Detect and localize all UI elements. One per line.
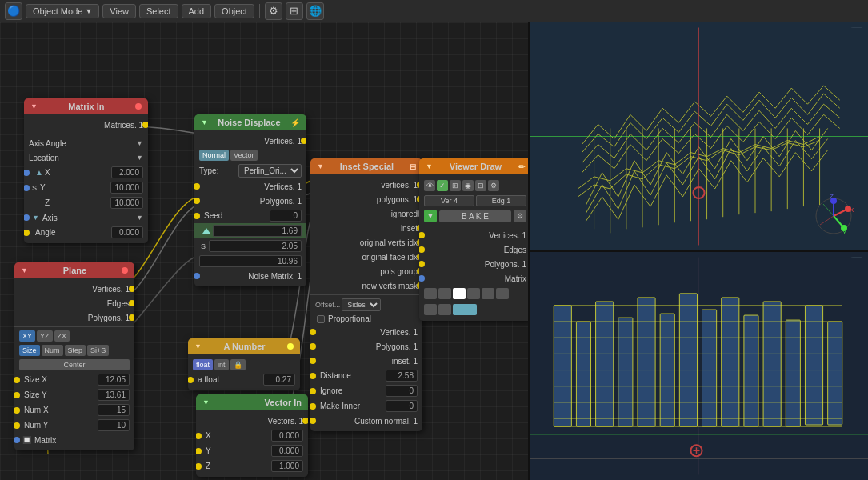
vector-in-header[interactable]: ▼ Vector In: [196, 394, 308, 410]
vd-icon-4[interactable]: ⊡: [475, 180, 486, 191]
a-number-body: float int 🔒 a float 0.27: [188, 354, 300, 390]
top-bar: 🔵 Object Mode ▼ View Select Add Object ⚙…: [0, 0, 868, 22]
svg-rect-41: [702, 310, 717, 426]
separator: [259, 4, 260, 18]
svg-rect-37: [618, 318, 633, 426]
vd-icon-eye[interactable]: 👁: [424, 180, 435, 191]
vd-bake-row: ▼ B A K E ⚙: [419, 208, 528, 224]
inset-special-node: ▼ Inset Special ⊟ vertices. 1 polygons. …: [310, 158, 422, 431]
plane-matrix: 🔲 Matrix: [14, 433, 134, 447]
is-new-verts-mask: new verts mask: [310, 278, 422, 293]
matrix-in-axis-angle: Axis Angle ▼: [24, 136, 148, 150]
select-menu[interactable]: Select: [139, 4, 178, 18]
nd-polygons: Polygons. 1: [194, 194, 306, 208]
is-vertices-in: Vertices. 1: [310, 325, 422, 339]
svg-rect-40: [679, 294, 697, 426]
blender-icon[interactable]: 🔵: [5, 2, 22, 20]
is-orig-verts: original verts idx: [310, 235, 422, 250]
vd-ver-btn[interactable]: Ver 4: [424, 195, 474, 206]
plane-edges: Edges: [14, 296, 134, 310]
vd-swatch-6[interactable]: [496, 288, 509, 299]
bottom-mesh-svg: [530, 252, 868, 480]
inset-special-header[interactable]: ▼ Inset Special ⊟: [310, 158, 422, 174]
nd-tabs: Normal Vector: [194, 148, 306, 162]
svg-rect-38: [638, 298, 655, 426]
noise-displace-header[interactable]: ▼ Noise Displace ⚡: [194, 114, 306, 130]
a-number-type-tabs: float int 🔒: [188, 358, 300, 372]
vd-icon-2[interactable]: ⊞: [450, 180, 461, 191]
vd-swatch-3[interactable]: [453, 288, 466, 299]
plane-header[interactable]: ▼ Plane: [14, 262, 134, 278]
vd-swatch-1[interactable]: [424, 288, 437, 299]
node-editor[interactable]: ▼ Matrix In Matrices. 1 Axis Angle ▼ Loc…: [0, 22, 528, 480]
viewport-bottom[interactable]: Right Orthographic (1) Collection Meters…: [530, 252, 868, 480]
add-menu[interactable]: Add: [182, 4, 212, 18]
transform-icon[interactable]: ⊞: [286, 2, 303, 20]
matrix-in-node: ▼ Matrix In Matrices. 1 Axis Angle ▼ Loc…: [24, 98, 148, 243]
vd-swatch-5[interactable]: [482, 288, 494, 299]
svg-text:Z: Z: [830, 194, 834, 200]
viewport-top[interactable]: User Perspective (1) Collection ⊞: [530, 22, 868, 252]
plane-sizey: Size Y 13.61: [14, 387, 134, 402]
a-number-value: a float 0.27: [188, 372, 300, 387]
a-number-title: A Number: [223, 342, 265, 351]
plane-axis-tabs: XY YZ ZX: [14, 329, 134, 343]
plane-polygons: Polygons. 1: [14, 310, 134, 325]
vector-in-body: Vectors. 1 X 0.000 Y 0.000 Z 1.000: [196, 410, 308, 477]
svg-rect-46: [805, 306, 822, 425]
vd-swatch-2[interactable]: [438, 288, 451, 299]
vd-bake-btn[interactable]: B A K E: [439, 210, 511, 222]
viewer-draw-body: 👁 ✓ ⊞ ◉ ⊡ ⚙ Ver 4 Edg 1 ▼ B A K E ⚙: [419, 174, 528, 321]
plane-sizex: Size X 12.05: [14, 372, 134, 387]
svg-rect-34: [554, 306, 571, 426]
plane-mode-tabs: Size Num Step Si+S: [14, 343, 134, 358]
nd-vertices-out: Vertices. 1: [194, 134, 306, 148]
vd-triangle-icon[interactable]: ▼: [424, 210, 437, 222]
is-ignore: Ignore 0: [310, 383, 422, 398]
is-inset-out: inset: [310, 221, 422, 235]
vd-color-row2: [419, 302, 528, 318]
is-make-inner: Make Inner 0: [310, 398, 422, 414]
a-number-header[interactable]: ▼ A Number: [188, 338, 300, 354]
vi-y: Y 0.000: [196, 443, 308, 458]
object-menu[interactable]: Object: [214, 4, 254, 18]
vector-in-node: ▼ Vector In Vectors. 1 X 0.000 Y 0.000: [196, 394, 308, 477]
vd-icon-3[interactable]: ◉: [462, 180, 474, 191]
vd-swatch-4[interactable]: [467, 288, 480, 299]
viewport-panel: User Perspective (1) Collection ⊞: [528, 22, 868, 480]
vd-icon-5[interactable]: ⚙: [488, 180, 499, 191]
matrix-in-matrices: Matrices. 1: [24, 118, 148, 132]
vd-swatch-wide[interactable]: [453, 304, 477, 315]
viewer-draw-header[interactable]: ▼ Viewer Draw ✏: [419, 158, 528, 174]
globe-icon[interactable]: 🌐: [306, 2, 324, 20]
mode-selector[interactable]: Object Mode ▼: [26, 4, 99, 18]
inset-special-title: Inset Special: [340, 162, 394, 171]
svg-text:X: X: [850, 206, 854, 214]
is-proportional: Proportional: [310, 313, 422, 325]
plane-vertices: Vertices. 1: [14, 282, 134, 296]
nd-val1: 1.69: [194, 223, 306, 238]
svg-text:Y: Y: [842, 229, 847, 236]
svg-rect-36: [596, 302, 614, 426]
vd-edg-btn[interactable]: Edg 1: [476, 195, 526, 206]
nd-s-val: S 2.05: [194, 238, 306, 254]
matrix-in-header[interactable]: ▼ Matrix In: [24, 98, 148, 114]
mode-arrow: ▼: [85, 7, 92, 15]
view-menu[interactable]: View: [102, 4, 136, 18]
is-inset-in: inset. 1: [310, 354, 422, 368]
vd-icon-1[interactable]: ✓: [437, 180, 448, 191]
settings-icon[interactable]: ⚙: [265, 2, 282, 20]
vi-x: X 0.000: [196, 428, 308, 443]
matrix-in-s-y: S Y 10.000: [24, 180, 148, 195]
matrix-in-location: Location ▼: [24, 150, 148, 165]
vector-in-title: Vector In: [265, 398, 302, 407]
vd-bake-settings[interactable]: ⚙: [514, 210, 526, 222]
is-pols-group: pols group: [310, 264, 422, 278]
svg-rect-42: [722, 298, 739, 426]
nd-noise-matrix: Noise Matrix. 1: [194, 269, 306, 283]
vd-swatch-7[interactable]: [424, 304, 437, 315]
noise-displace-body: Vertices. 1 Normal Vector Type: Perlin_O…: [194, 130, 306, 286]
vd-swatch-8[interactable]: [438, 304, 451, 315]
matrix-in-angle: Angle 0.000: [24, 225, 148, 240]
nd-val3: 10.96: [194, 254, 306, 269]
